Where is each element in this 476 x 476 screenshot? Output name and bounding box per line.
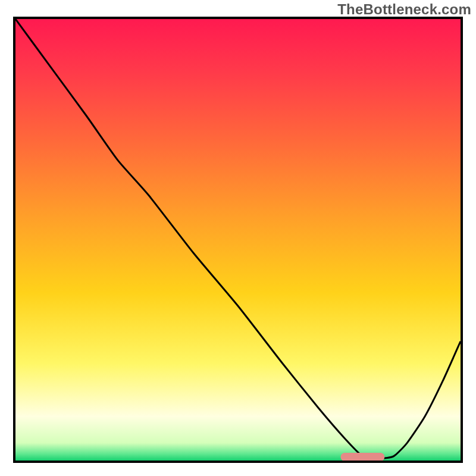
watermark-text: TheBottleneck.com: [337, 1, 471, 18]
plot-inner: [15, 19, 461, 461]
plot-svg: [15, 19, 461, 461]
chart-frame: TheBottleneck.com: [0, 0, 476, 476]
plot-area: [13, 17, 463, 463]
gradient-rect: [15, 19, 461, 461]
